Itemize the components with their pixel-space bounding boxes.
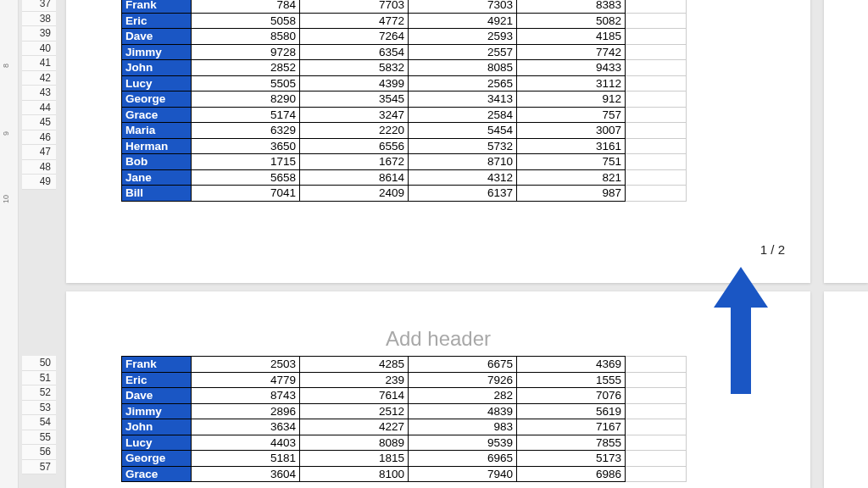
table-row[interactable]: Frank784770373038383 [122,0,687,13]
empty-cell[interactable] [626,372,687,388]
empty-cell[interactable] [626,29,687,45]
empty-cell[interactable] [626,154,687,170]
value-cell[interactable]: 7303 [409,0,517,13]
name-cell[interactable]: Dave [122,29,192,45]
row-header[interactable]: 54 [22,415,56,430]
empty-cell[interactable] [626,13,687,29]
value-cell[interactable]: 8085 [409,60,517,76]
value-cell[interactable]: 7076 [517,388,626,404]
name-cell[interactable]: John [122,419,192,435]
value-cell[interactable]: 8580 [192,29,300,45]
table-row[interactable]: Lucy5505439925653112 [122,75,687,92]
value-cell[interactable]: 3112 [517,75,626,92]
name-cell[interactable]: Dave [122,388,192,404]
value-cell[interactable]: 9728 [192,44,300,60]
value-cell[interactable]: 8710 [409,154,517,170]
empty-cell[interactable] [626,388,687,404]
value-cell[interactable]: 8100 [300,466,409,482]
value-cell[interactable]: 7940 [409,466,517,482]
value-cell[interactable]: 987 [517,186,626,202]
value-cell[interactable]: 5732 [409,138,517,154]
row-header[interactable]: 42 [22,71,56,86]
name-cell[interactable]: Frank [122,0,192,13]
row-header[interactable]: 38 [22,12,56,27]
value-cell[interactable]: 2220 [300,123,409,139]
table-row[interactable]: Frank2503428566754369 [122,357,687,373]
name-cell[interactable]: John [122,60,192,76]
value-cell[interactable]: 6965 [409,451,517,467]
table-row[interactable]: Jimmy9728635425577742 [122,44,687,60]
table-row[interactable]: Bob171516728710751 [122,154,687,170]
value-cell[interactable]: 5082 [517,13,626,29]
value-cell[interactable]: 2409 [300,186,409,202]
table-row[interactable]: Grace3604810079406986 [122,466,687,482]
empty-cell[interactable] [626,44,687,60]
value-cell[interactable]: 5058 [192,13,300,29]
table-row[interactable]: John2852583280859433 [122,60,687,76]
value-cell[interactable]: 4185 [517,29,626,45]
table-row[interactable]: Jimmy2896251248395619 [122,403,687,419]
row-header[interactable]: 45 [22,115,56,130]
name-cell[interactable]: George [122,451,192,467]
row-header[interactable]: 50 [22,356,56,371]
value-cell[interactable]: 2565 [409,75,517,92]
row-header[interactable]: 52 [22,385,56,401]
data-table-page2[interactable]: Frank2503428566754369Eric477923979261555… [121,356,687,482]
value-cell[interactable]: 6986 [517,466,626,482]
value-cell[interactable]: 5181 [192,451,300,467]
empty-cell[interactable] [626,403,687,419]
value-cell[interactable]: 7742 [517,44,626,60]
name-cell[interactable]: Jimmy [122,403,192,419]
value-cell[interactable]: 4285 [300,357,409,373]
table-row[interactable]: Eric5058477249215082 [122,13,687,29]
value-cell[interactable]: 7041 [192,186,300,202]
value-cell[interactable]: 2852 [192,60,300,76]
empty-cell[interactable] [626,107,687,123]
row-header[interactable]: 40 [22,42,56,57]
empty-cell[interactable] [626,169,687,186]
value-cell[interactable]: 7926 [409,372,517,388]
value-cell[interactable]: 6329 [192,123,300,139]
value-cell[interactable]: 5619 [517,403,626,419]
value-cell[interactable]: 2503 [192,357,300,373]
empty-cell[interactable] [626,0,687,13]
value-cell[interactable]: 5832 [300,60,409,76]
value-cell[interactable]: 6137 [409,186,517,202]
name-cell[interactable]: Grace [122,466,192,482]
value-cell[interactable]: 282 [409,388,517,404]
value-cell[interactable]: 3413 [409,92,517,108]
value-cell[interactable]: 5454 [409,123,517,139]
value-cell[interactable]: 9539 [409,435,517,451]
table-row[interactable]: John363442279837167 [122,419,687,435]
value-cell[interactable]: 3007 [517,123,626,139]
table-row[interactable]: Lucy4403808995397855 [122,435,687,451]
empty-cell[interactable] [626,186,687,202]
row-header[interactable]: 55 [22,430,56,446]
value-cell[interactable]: 2557 [409,44,517,60]
value-cell[interactable]: 4227 [300,419,409,435]
value-cell[interactable]: 7167 [517,419,626,435]
table-row[interactable]: Herman3650655657323161 [122,138,687,154]
value-cell[interactable]: 5658 [192,169,300,186]
value-cell[interactable]: 4839 [409,403,517,419]
value-cell[interactable]: 239 [300,372,409,388]
name-cell[interactable]: George [122,92,192,108]
name-cell[interactable]: Maria [122,123,192,139]
row-header[interactable]: 53 [22,401,56,416]
value-cell[interactable]: 3604 [192,466,300,482]
row-header[interactable]: 37 [22,0,56,12]
value-cell[interactable]: 4369 [517,357,626,373]
value-cell[interactable]: 1815 [300,451,409,467]
name-cell[interactable]: Jimmy [122,44,192,60]
value-cell[interactable]: 983 [409,419,517,435]
value-cell[interactable]: 1672 [300,154,409,170]
value-cell[interactable]: 2584 [409,107,517,123]
value-cell[interactable]: 821 [517,169,626,186]
add-header-placeholder[interactable]: Add header [66,327,810,351]
value-cell[interactable]: 3650 [192,138,300,154]
empty-cell[interactable] [626,451,687,467]
value-cell[interactable]: 5173 [517,451,626,467]
value-cell[interactable]: 3634 [192,419,300,435]
value-cell[interactable]: 757 [517,107,626,123]
value-cell[interactable]: 2593 [409,29,517,45]
